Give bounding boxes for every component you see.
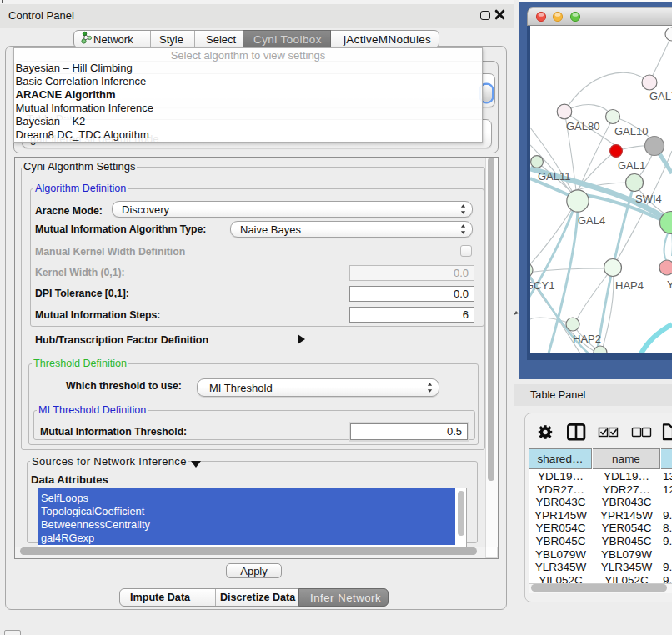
- svg-text:GAL7: GAL7: [649, 90, 672, 102]
- svg-text:SWI4: SWI4: [635, 192, 662, 205]
- svg-text:HAP2: HAP2: [573, 332, 601, 345]
- svg-text:GAL1: GAL1: [618, 159, 645, 172]
- svg-text:GAL4: GAL4: [578, 214, 605, 227]
- svg-text:HAP4: HAP4: [615, 279, 644, 292]
- svg-text:GAL80: GAL80: [566, 120, 599, 132]
- svg-text:GAL10: GAL10: [614, 125, 648, 138]
- svg-text:YJ: YJ: [667, 278, 672, 291]
- svg-text:GCY1: GCY1: [530, 279, 554, 292]
- svg-text:GAL11: GAL11: [538, 170, 571, 182]
